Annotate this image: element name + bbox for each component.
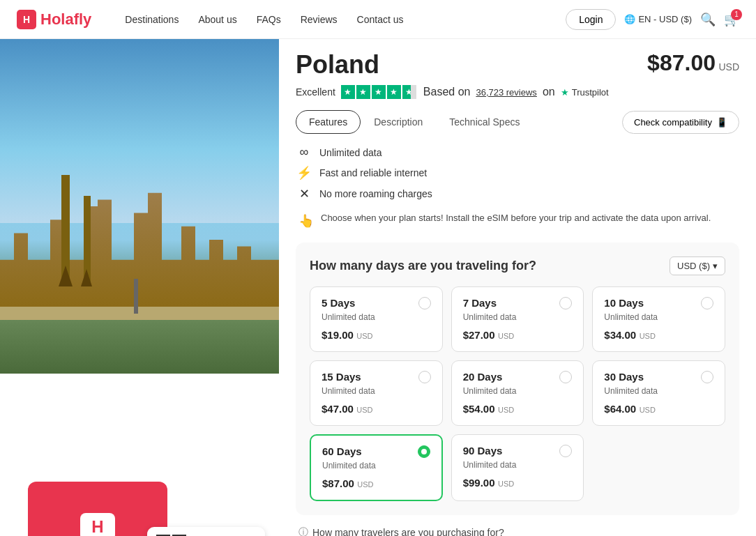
plan-5days[interactable]: 5 Days Unlimited data $19.00 USD <box>310 286 443 352</box>
nav-contact[interactable]: Contact us <box>357 14 404 25</box>
nav-destinations[interactable]: Destinations <box>125 14 179 25</box>
plan-card-header: 60 Days <box>322 445 430 458</box>
plan-radio[interactable] <box>418 297 431 309</box>
plan-radio-selected[interactable] <box>418 445 430 458</box>
plan-radio[interactable] <box>418 371 431 383</box>
fast-icon: ⚡ <box>296 165 312 181</box>
plan-radio[interactable] <box>559 371 572 383</box>
plan-card-header: 90 Days <box>463 445 573 457</box>
star-3: ★ <box>372 85 386 99</box>
cart-icon[interactable]: 🛒 1 <box>724 12 739 27</box>
search-icon[interactable]: 🔍 <box>700 12 716 27</box>
plan-price-block: $34.00 USD <box>604 329 713 342</box>
product-price-suffix: USD <box>718 61 739 72</box>
plan-radio[interactable] <box>559 297 572 309</box>
feature-unlimited-text: Unlimited data <box>319 147 382 158</box>
navigation: H Holafly Destinations About us FAQs Rev… <box>0 0 756 39</box>
plan-30days[interactable]: 30 Days Unlimited data $64.00 USD <box>592 360 725 426</box>
plan-unit: USD <box>498 480 514 488</box>
plan-days: 60 Days <box>322 445 362 457</box>
plan-data: Unlimited data <box>463 312 573 322</box>
product-image <box>0 39 279 374</box>
plan-unit: USD <box>356 332 372 340</box>
plan-data: Unlimited data <box>463 386 573 396</box>
logo[interactable]: H Holafly <box>17 10 91 29</box>
login-button[interactable]: Login <box>566 9 616 30</box>
tp-icon: ★ <box>561 87 569 98</box>
nav-reviews[interactable]: Reviews <box>301 14 338 25</box>
nav-about[interactable]: About us <box>198 14 236 25</box>
plan-price: $19.00 <box>322 329 354 341</box>
plan-price-block: $47.00 USD <box>322 403 431 415</box>
trustpilot-badge: ★ Trustpilot <box>561 87 609 98</box>
product-price-block: $87.00 USD <box>647 50 739 76</box>
star-4: ★ <box>387 85 401 99</box>
plan-price-block: $64.00 USD <box>604 403 713 415</box>
check-compatibility-button[interactable]: Check compatibility 📱 <box>622 111 739 134</box>
plan-unit: USD <box>356 406 372 414</box>
plan-title: How many days are you traveling for? <box>310 259 536 273</box>
product-title: Poland <box>296 50 379 79</box>
rating-label: Excellent <box>296 86 335 98</box>
cart-badge: 1 <box>731 9 742 20</box>
travelers-label-text: How many travelers are you purchasing fo… <box>312 527 504 536</box>
plan-price: $64.00 <box>604 403 636 415</box>
language-selector[interactable]: 🌐 EN - USD ($) <box>624 14 692 24</box>
check-compat-label: Check compatibility <box>634 117 712 128</box>
tab-description[interactable]: Description <box>361 110 436 134</box>
currency-selector[interactable]: USD ($) ▾ <box>670 256 725 275</box>
plan-60days[interactable]: 60 Days Unlimited data $87.00 USD <box>310 434 443 501</box>
nav-right: Login 🌐 EN - USD ($) 🔍 🛒 1 <box>566 9 739 30</box>
plan-90days[interactable]: 90 Days Unlimited data $99.00 USD <box>451 434 584 501</box>
plan-7days[interactable]: 7 Days Unlimited data $27.00 USD <box>451 286 584 352</box>
plan-10days[interactable]: 10 Days Unlimited data $34.00 USD <box>592 286 725 352</box>
star-5-half: ★ <box>402 85 416 99</box>
feature-fast: ⚡ Fast and reliable internet <box>296 165 739 181</box>
plan-days: 5 Days <box>322 297 355 309</box>
plan-card-header: 10 Days <box>604 297 713 309</box>
plan-grid: 5 Days Unlimited data $19.00 USD 7 Days <box>310 286 725 501</box>
notice-text: Choose when your plan starts! Install th… <box>321 213 711 223</box>
reviews-count-link[interactable]: 36,723 reviews <box>476 87 536 98</box>
feature-unlimited: ∞ Unlimited data <box>296 145 739 160</box>
travelers-label: ⓘ How many travelers are you purchasing … <box>298 526 504 536</box>
currency-label: USD ($) <box>677 261 710 271</box>
plan-card-header: 7 Days <box>463 297 573 309</box>
tab-technical-specs[interactable]: Technical Specs <box>436 110 533 134</box>
plan-15days[interactable]: 15 Days Unlimited data $47.00 USD <box>310 360 443 426</box>
plan-data: Unlimited data <box>463 460 573 470</box>
plan-price: $99.00 <box>463 477 495 489</box>
plan-radio[interactable] <box>559 445 572 457</box>
tab-features[interactable]: Features <box>296 110 361 134</box>
plan-days: 90 Days <box>463 445 503 457</box>
plan-card-header: 20 Days <box>463 371 573 383</box>
reviews-on: on <box>543 86 555 98</box>
plan-days: 7 Days <box>463 297 497 309</box>
plan-unit: USD <box>640 332 656 340</box>
reviews-row: Excellent ★ ★ ★ ★ ★ Based on 36,723 revi… <box>296 85 739 99</box>
logo-text: Holafly <box>40 10 91 29</box>
unlimited-icon: ∞ <box>296 145 312 160</box>
globe-icon: 🌐 <box>624 14 635 24</box>
notice: 👆 Choose when your plan starts! Install … <box>296 213 739 229</box>
plan-data: Unlimited data <box>322 312 431 322</box>
nav-faqs[interactable]: FAQs <box>257 14 281 25</box>
plan-price-block: $99.00 USD <box>463 477 573 489</box>
plan-price-block: $27.00 USD <box>463 329 573 342</box>
logo-icon: H <box>17 10 36 29</box>
plan-20days[interactable]: 20 Days Unlimited data $54.00 USD <box>451 360 584 426</box>
plan-price: $34.00 <box>604 329 636 341</box>
trustpilot-label: Trustpilot <box>572 87 609 98</box>
compat-icon: 📱 <box>716 117 727 128</box>
plan-radio[interactable] <box>701 371 713 383</box>
plan-days: 15 Days <box>322 371 361 383</box>
main-content: H Scan the QR <box>0 39 756 536</box>
rating-stars: ★ ★ ★ ★ ★ <box>341 85 418 99</box>
plan-radio[interactable] <box>701 297 713 309</box>
plan-data: Unlimited data <box>604 312 713 322</box>
chevron-down-icon: ▾ <box>713 261 718 271</box>
plan-price: $27.00 <box>463 329 495 341</box>
plan-price-block: $87.00 USD <box>322 477 430 490</box>
plan-days: 30 Days <box>604 371 644 383</box>
travelers-row: ⓘ How many travelers are you purchasing … <box>296 526 739 536</box>
